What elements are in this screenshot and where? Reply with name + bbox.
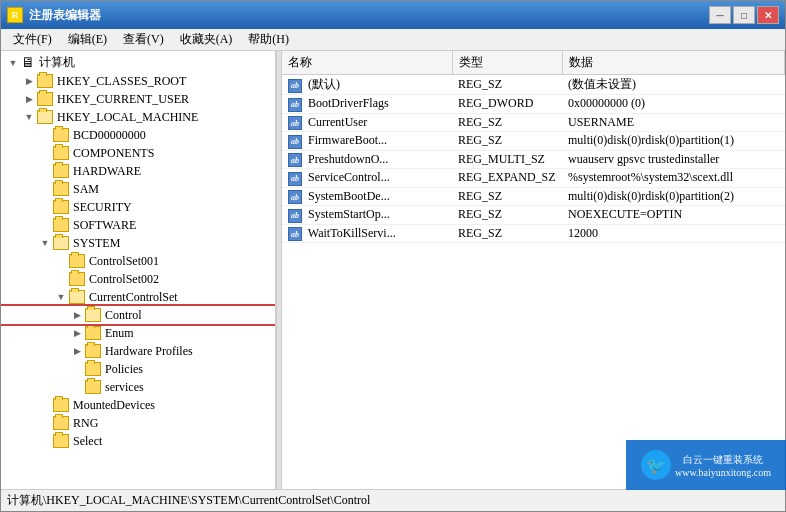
menu-help[interactable]: 帮助(H) bbox=[240, 29, 297, 50]
tree-item-select[interactable]: Select bbox=[1, 432, 275, 450]
tree-item-hwprofiles[interactable]: ▶ Hardware Profiles bbox=[1, 342, 275, 360]
table-row[interactable]: ab CurrentUser REG_SZ USERNAME bbox=[282, 113, 785, 132]
expand-icon-hklm: ▼ bbox=[21, 109, 37, 125]
expand-icon-control: ▶ bbox=[69, 307, 85, 323]
expand-icon-system: ▼ bbox=[37, 235, 53, 251]
tree-item-mounteddevices[interactable]: MountedDevices bbox=[1, 396, 275, 414]
tree-label-bcd: BCD00000000 bbox=[72, 128, 146, 143]
folder-icon-control bbox=[85, 308, 101, 322]
folder-icon-hklm bbox=[37, 110, 53, 124]
tree-item-computer[interactable]: ▼ 🖥 计算机 bbox=[1, 53, 275, 72]
reg-type-cell: REG_SZ bbox=[452, 132, 562, 151]
tree-item-hkcu[interactable]: ▶ HKEY_CURRENT_USER bbox=[1, 90, 275, 108]
table-row[interactable]: ab (默认) REG_SZ (数值未设置) bbox=[282, 75, 785, 95]
table-row[interactable]: ab SystemStartOp... REG_SZ NOEXECUTE=OPT… bbox=[282, 206, 785, 225]
computer-icon: 🖥 bbox=[21, 55, 35, 71]
table-row[interactable]: ab PreshutdownO... REG_MULTI_SZ wuauserv… bbox=[282, 150, 785, 169]
tree-label-sam: SAM bbox=[72, 182, 99, 197]
reg-name: CurrentUser bbox=[308, 115, 367, 129]
reg-name-cell: ab WaitToKillServi... bbox=[282, 224, 452, 243]
tree-item-software[interactable]: SOFTWARE bbox=[1, 216, 275, 234]
tree-item-hklm[interactable]: ▼ HKEY_LOCAL_MACHINE bbox=[1, 108, 275, 126]
tree-item-components[interactable]: COMPONENTS bbox=[1, 144, 275, 162]
col-header-type: 类型 bbox=[452, 51, 562, 75]
tree-label-mounteddevices: MountedDevices bbox=[72, 398, 155, 413]
reg-data-cell: multi(0)disk(0)rdisk(0)partition(1) bbox=[562, 132, 785, 151]
tree-item-bcd[interactable]: BCD00000000 bbox=[1, 126, 275, 144]
expand-icon-hkcr: ▶ bbox=[21, 73, 37, 89]
reg-name: SystemStartOp... bbox=[308, 207, 390, 221]
tree-label-hklm: HKEY_LOCAL_MACHINE bbox=[56, 110, 198, 125]
table-row[interactable]: ab WaitToKillServi... REG_SZ 12000 bbox=[282, 224, 785, 243]
expand-icon-enum: ▶ bbox=[69, 325, 85, 341]
reg-name-cell: ab FirmwareBoot... bbox=[282, 132, 452, 151]
minimize-button[interactable]: ─ bbox=[709, 6, 731, 24]
folder-icon-ccs002 bbox=[69, 272, 85, 286]
reg-type-cell: REG_SZ bbox=[452, 75, 562, 95]
tree-item-control[interactable]: ▶ Control bbox=[1, 306, 275, 324]
reg-type-icon: ab bbox=[288, 209, 302, 223]
reg-name: PreshutdownO... bbox=[308, 152, 388, 166]
expand-icon-mounteddevices bbox=[37, 397, 53, 413]
table-row[interactable]: ab ServiceControl... REG_EXPAND_SZ %syst… bbox=[282, 169, 785, 188]
folder-icon-policies bbox=[85, 362, 101, 376]
tree-item-sam[interactable]: SAM bbox=[1, 180, 275, 198]
folder-icon-bcd bbox=[53, 128, 69, 142]
reg-name-cell: ab (默认) bbox=[282, 75, 452, 95]
table-row[interactable]: ab FirmwareBoot... REG_SZ multi(0)disk(0… bbox=[282, 132, 785, 151]
reg-type-cell: REG_SZ bbox=[452, 224, 562, 243]
tree-item-ccs002[interactable]: ControlSet002 bbox=[1, 270, 275, 288]
folder-icon-mounteddevices bbox=[53, 398, 69, 412]
table-row[interactable]: ab BootDriverFlags REG_DWORD 0x00000000 … bbox=[282, 95, 785, 114]
reg-name-cell: ab CurrentUser bbox=[282, 113, 452, 132]
window-title: 注册表编辑器 bbox=[29, 7, 709, 24]
tree-label-computer: 计算机 bbox=[38, 54, 75, 71]
menu-edit[interactable]: 编辑(E) bbox=[60, 29, 115, 50]
tree-item-policies[interactable]: Policies bbox=[1, 360, 275, 378]
watermark-bird-icon: 🐦 bbox=[641, 450, 671, 480]
table-row[interactable]: ab SystemBootDe... REG_SZ multi(0)disk(0… bbox=[282, 187, 785, 206]
expand-icon-sam bbox=[37, 181, 53, 197]
expand-icon-security bbox=[37, 199, 53, 215]
reg-name: (默认) bbox=[308, 77, 340, 91]
reg-name: SystemBootDe... bbox=[308, 189, 390, 203]
expand-icon-ccs: ▼ bbox=[53, 289, 69, 305]
registry-tree[interactable]: ▼ 🖥 计算机 ▶ HKEY_CLASSES_ROOT ▶ HKEY_CURRE… bbox=[1, 51, 276, 489]
folder-icon-hkcr bbox=[37, 74, 53, 88]
reg-type-cell: REG_SZ bbox=[452, 206, 562, 225]
app-icon: R bbox=[7, 7, 23, 23]
expand-icon-policies bbox=[69, 361, 85, 377]
reg-name-cell: ab SystemStartOp... bbox=[282, 206, 452, 225]
reg-name-cell: ab ServiceControl... bbox=[282, 169, 452, 188]
tree-item-system[interactable]: ▼ SYSTEM bbox=[1, 234, 275, 252]
maximize-button[interactable]: □ bbox=[733, 6, 755, 24]
folder-icon-system bbox=[53, 236, 69, 250]
tree-item-hardware[interactable]: HARDWARE bbox=[1, 162, 275, 180]
title-bar: R 注册表编辑器 ─ □ ✕ bbox=[1, 1, 785, 29]
close-button[interactable]: ✕ bbox=[757, 6, 779, 24]
reg-data-cell: NOEXECUTE=OPTIN bbox=[562, 206, 785, 225]
tree-item-enum[interactable]: ▶ Enum bbox=[1, 324, 275, 342]
folder-icon-hkcu bbox=[37, 92, 53, 106]
reg-name-cell: ab SystemBootDe... bbox=[282, 187, 452, 206]
tree-item-ccs[interactable]: ▼ CurrentControlSet bbox=[1, 288, 275, 306]
tree-item-rng[interactable]: RNG bbox=[1, 414, 275, 432]
reg-data-cell: (数值未设置) bbox=[562, 75, 785, 95]
menu-file[interactable]: 文件(F) bbox=[5, 29, 60, 50]
status-bar: 计算机\HKEY_LOCAL_MACHINE\SYSTEM\CurrentCon… bbox=[1, 489, 785, 511]
tree-label-ccs002: ControlSet002 bbox=[88, 272, 159, 287]
folder-icon-ccs bbox=[69, 290, 85, 304]
col-header-data: 数据 bbox=[562, 51, 785, 75]
menu-favorites[interactable]: 收藏夹(A) bbox=[172, 29, 241, 50]
watermark-line1: 白云一键重装系统 bbox=[675, 453, 771, 467]
tree-item-security[interactable]: SECURITY bbox=[1, 198, 275, 216]
registry-editor-window: R 注册表编辑器 ─ □ ✕ 文件(F) 编辑(E) 查看(V) 收藏夹(A) … bbox=[0, 0, 786, 512]
reg-type-icon: ab bbox=[288, 116, 302, 130]
tree-item-services[interactable]: services bbox=[1, 378, 275, 396]
tree-item-hkcr[interactable]: ▶ HKEY_CLASSES_ROOT bbox=[1, 72, 275, 90]
tree-item-ccs001[interactable]: ControlSet001 bbox=[1, 252, 275, 270]
reg-name: ServiceControl... bbox=[308, 170, 390, 184]
folder-icon-enum bbox=[85, 326, 101, 340]
menu-view[interactable]: 查看(V) bbox=[115, 29, 172, 50]
expand-icon-computer: ▼ bbox=[5, 55, 21, 71]
